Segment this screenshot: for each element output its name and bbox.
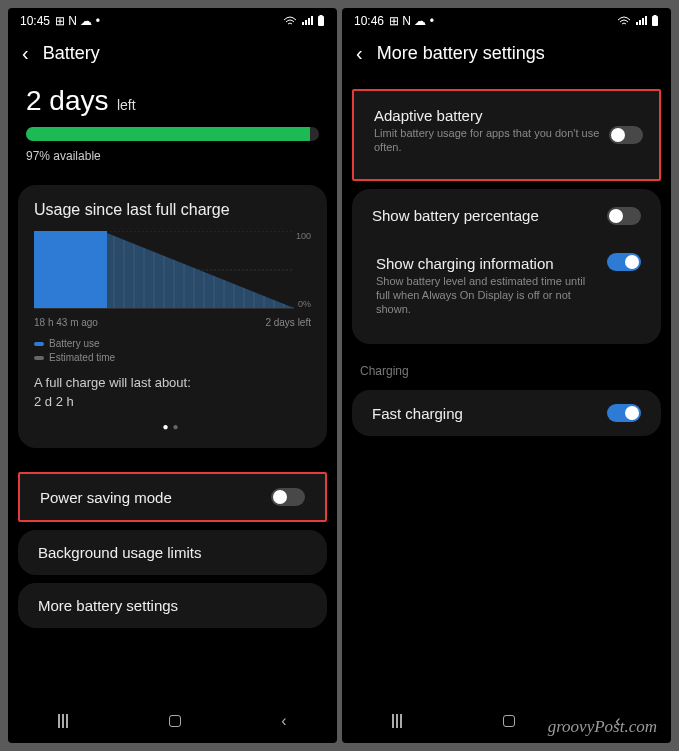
svg-rect-1 — [320, 15, 323, 16]
signal-icon — [301, 16, 313, 26]
svg-marker-6 — [107, 233, 294, 308]
nav-recents-icon[interactable] — [58, 714, 68, 728]
estimate-label: A full charge will last about: — [34, 375, 311, 390]
power-saving-toggle[interactable] — [271, 488, 305, 506]
clock: 10:46 — [354, 14, 384, 28]
bg-limits-label: Background usage limits — [38, 544, 201, 561]
usage-card[interactable]: Usage since last full charge — [18, 185, 327, 448]
back-icon[interactable]: ‹ — [356, 42, 363, 65]
row-bg-limits[interactable]: Background usage limits — [34, 530, 311, 575]
status-bar: 10:46 ⊞ N ☁ • — [342, 8, 671, 32]
nav-bar: ‹ — [8, 699, 337, 743]
legend-swatch-blue — [34, 342, 44, 346]
wifi-icon — [283, 16, 297, 26]
chart-legend: Battery use Estimated time — [34, 338, 311, 363]
row-power-saving[interactable]: Power saving mode — [36, 474, 309, 520]
battery-summary: 2 days left 97% available — [8, 81, 337, 177]
wifi-icon — [617, 16, 631, 26]
signal-icon — [635, 16, 647, 26]
usage-chart: 100 0% — [34, 231, 311, 313]
battery-bar — [26, 127, 319, 141]
phone-left: 10:45 ⊞ N ☁ • ‹ Battery 2 days left 97% … — [8, 8, 337, 743]
page-indicator[interactable]: ●● — [34, 421, 311, 432]
page-title: Battery — [43, 43, 100, 64]
legend-swatch-grey — [34, 356, 44, 360]
charging-info-sub: Show battery level and estimated time un… — [376, 274, 597, 317]
more-settings-label: More battery settings — [38, 597, 178, 614]
more-settings-card: More battery settings — [18, 583, 327, 628]
nav-home-icon[interactable] — [503, 715, 515, 727]
page-header: ‹ Battery — [8, 32, 337, 81]
phone-right: 10:46 ⊞ N ☁ • ‹ More battery settings Ad… — [342, 8, 671, 743]
battery-icon — [317, 15, 325, 27]
nav-home-icon[interactable] — [169, 715, 181, 727]
status-right-icons — [617, 15, 659, 27]
bg-limits-card: Background usage limits — [18, 530, 327, 575]
back-icon[interactable]: ‹ — [22, 42, 29, 65]
fast-charging-toggle[interactable] — [607, 404, 641, 422]
row-more-settings[interactable]: More battery settings — [34, 583, 311, 628]
battery-bar-fill — [26, 127, 310, 141]
fast-charging-card: Fast charging — [352, 390, 661, 436]
section-charging: Charging — [342, 352, 671, 382]
power-saving-card: Power saving mode — [18, 472, 327, 522]
time-remaining: 2 days — [26, 85, 109, 116]
x-left-label: 18 h 43 m ago — [34, 317, 98, 328]
status-app-icons: ⊞ N ☁ • — [389, 14, 434, 28]
status-bar: 10:45 ⊞ N ☁ • — [8, 8, 337, 32]
legend-battery-use: Battery use — [49, 338, 100, 349]
row-adaptive-battery[interactable]: Adaptive battery Limit battery usage for… — [370, 101, 643, 169]
row-show-percentage[interactable]: Show battery percentage — [368, 193, 645, 239]
nav-recents-icon[interactable] — [392, 714, 402, 728]
svg-rect-5 — [34, 231, 107, 308]
legend-estimated: Estimated time — [49, 352, 115, 363]
chart-x-axis: 18 h 43 m ago 2 days left — [34, 317, 311, 328]
nav-back-icon[interactable]: ‹ — [281, 712, 286, 730]
row-fast-charging[interactable]: Fast charging — [368, 390, 645, 436]
page-header: ‹ More battery settings — [342, 32, 671, 81]
svg-rect-0 — [318, 16, 324, 26]
y-min-label: 0% — [298, 299, 311, 309]
estimate-value: 2 d 2 h — [34, 394, 311, 409]
y-max-label: 100 — [296, 231, 311, 241]
status-right-icons — [283, 15, 325, 27]
chart-svg — [34, 231, 294, 309]
adaptive-sub: Limit battery usage for apps that you do… — [374, 126, 605, 155]
status-app-icons: ⊞ N ☁ • — [55, 14, 100, 28]
row-charging-info[interactable]: Show charging information Show battery l… — [368, 239, 645, 341]
charging-info-toggle[interactable] — [607, 253, 641, 271]
svg-rect-26 — [654, 15, 657, 16]
adaptive-toggle[interactable] — [609, 126, 643, 144]
battery-available: 97% available — [26, 149, 319, 163]
watermark: groovyPost.com — [548, 717, 657, 737]
x-right-label: 2 days left — [265, 317, 311, 328]
page-title: More battery settings — [377, 43, 545, 64]
adaptive-title: Adaptive battery — [374, 107, 605, 124]
usage-card-title: Usage since last full charge — [34, 201, 311, 219]
show-pct-toggle[interactable] — [607, 207, 641, 225]
fast-charging-label: Fast charging — [372, 405, 463, 422]
display-card: Show battery percentage Show charging in… — [352, 189, 661, 345]
time-remaining-suffix: left — [117, 97, 136, 113]
adaptive-card: Adaptive battery Limit battery usage for… — [352, 89, 661, 181]
power-saving-label: Power saving mode — [40, 489, 172, 506]
charging-info-title: Show charging information — [376, 255, 597, 272]
show-pct-label: Show battery percentage — [372, 207, 539, 224]
svg-rect-25 — [652, 16, 658, 26]
clock: 10:45 — [20, 14, 50, 28]
battery-icon — [651, 15, 659, 27]
